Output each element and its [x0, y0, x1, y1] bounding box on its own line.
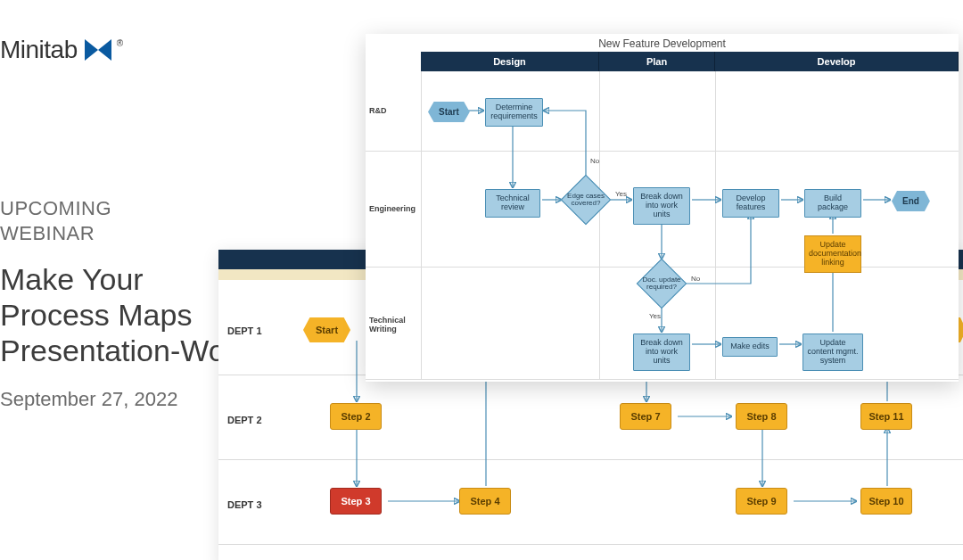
lane-rd: R&D [369, 107, 419, 116]
headline-l1: Make Your [0, 262, 144, 296]
node-step3: Step 3 [330, 488, 382, 515]
decision-label: Doc. update required? [639, 276, 684, 291]
row-divider [218, 544, 963, 545]
node-determine-requirements: Determine requirements [485, 98, 543, 127]
node-update-cms: Update content mgmt. system [802, 334, 863, 371]
edge-no: No [691, 275, 700, 283]
node-step11: Step 11 [860, 403, 912, 430]
phase-design: Design [421, 52, 599, 71]
phase-develop: Develop [715, 52, 959, 71]
node-step8: Step 8 [736, 403, 787, 430]
front-chart-body: R&D Engineering Technical Writing [366, 71, 959, 380]
lane-label-dept3: DEPT 3 [227, 499, 262, 510]
node-build-package: Build package [804, 189, 861, 218]
eyebrow-line1: UPCOMING [0, 197, 111, 219]
node-doc-update-required: Doc. update required? [637, 259, 687, 309]
node-edge-cases-covered: Edge cases covered? [561, 175, 611, 225]
row-divider [218, 459, 963, 460]
phase-header: Design Plan Develop [366, 52, 959, 71]
lane-tw: Technical Writing [369, 317, 419, 334]
edge-no: No [590, 157, 599, 165]
edge-yes: Yes [649, 312, 661, 320]
node-step10: Step 10 [860, 488, 912, 515]
eyebrow: UPCOMING WEBINAR [0, 196, 276, 245]
node-step7: Step 7 [620, 403, 671, 430]
brand-logo: Minitab ® [0, 36, 125, 64]
node-breakdown-units: Break down into work units [633, 187, 690, 225]
eyebrow-line2: WEBINAR [0, 222, 95, 244]
node-end: End [892, 191, 930, 211]
brand-name: Minitab [0, 36, 78, 64]
process-map-front: New Feature Development Design Plan Deve… [366, 34, 959, 382]
node-step9: Step 9 [736, 488, 787, 515]
node-start: Start [303, 317, 350, 342]
node-update-doc-linking: Update documentation linking [804, 235, 861, 273]
front-chart-title: New Feature Development [366, 34, 959, 52]
node-make-edits: Make edits [722, 337, 778, 357]
phase-plan: Plan [599, 52, 715, 71]
edge-yes: Yes [615, 190, 627, 198]
node-step4: Step 4 [459, 488, 511, 515]
node-step2: Step 2 [330, 403, 382, 430]
node-technical-review: Technical review [485, 189, 540, 218]
node-develop-features: Develop features [722, 189, 779, 218]
registered-icon: ® [117, 38, 123, 48]
lane-eng: Engineering [369, 205, 419, 214]
headline-l2: Process Maps [0, 298, 192, 332]
lane-label-dept2: DEPT 2 [227, 415, 262, 425]
brand-mark-icon [85, 37, 111, 63]
decision-label: Edge cases covered? [564, 193, 608, 207]
node-start: Start [428, 102, 470, 122]
node-breakdown-units-2: Break down into work units [633, 334, 690, 371]
lane-label-dept1: DEPT 1 [227, 325, 262, 336]
